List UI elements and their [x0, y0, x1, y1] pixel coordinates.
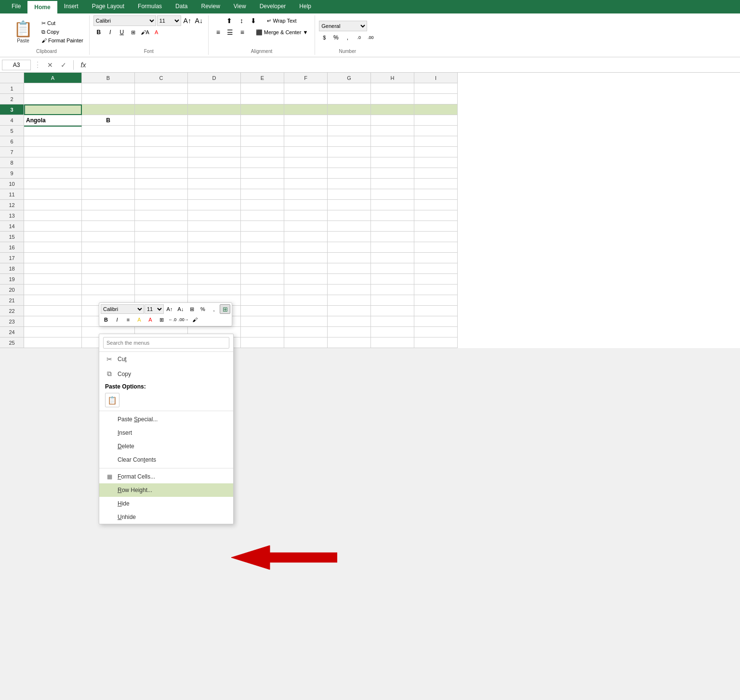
cell-g15[interactable]	[328, 232, 371, 242]
cell-c16[interactable]	[135, 242, 188, 253]
cell-d18[interactable]	[188, 263, 241, 274]
cell-g4[interactable]	[328, 115, 371, 126]
cell-b5[interactable]	[82, 126, 135, 136]
row-num-19[interactable]: 19	[0, 274, 24, 285]
ctx-clear-contents-item[interactable]: Clear Contents	[99, 453, 233, 467]
row-num-6[interactable]: 6	[0, 136, 24, 147]
cell-b16[interactable]	[82, 242, 135, 253]
cell-c8[interactable]	[135, 157, 188, 168]
cell-e15[interactable]	[241, 232, 284, 242]
cell-d4[interactable]	[188, 115, 241, 126]
cell-e2[interactable]	[241, 94, 284, 104]
cell-g3[interactable]	[328, 104, 371, 115]
cell-i23[interactable]	[414, 316, 458, 327]
cell-f25[interactable]	[284, 337, 328, 348]
row-num-13[interactable]: 13	[0, 210, 24, 221]
cell-d14[interactable]	[188, 221, 241, 232]
cell-f22[interactable]	[284, 306, 328, 316]
cell-g22[interactable]	[328, 306, 371, 316]
align-right-button[interactable]: ≡	[237, 27, 248, 38]
cell-e17[interactable]	[241, 253, 284, 263]
cell-g1[interactable]	[328, 83, 371, 94]
cell-i4[interactable]	[414, 115, 458, 126]
ctx-paste-special-item[interactable]: Paste Special...	[99, 413, 233, 426]
cell-e1[interactable]	[241, 83, 284, 94]
cell-h21[interactable]	[371, 295, 414, 306]
mini-table-button[interactable]: ⊞	[220, 304, 230, 314]
cell-e14[interactable]	[241, 221, 284, 232]
cell-h7[interactable]	[371, 147, 414, 157]
cell-e4[interactable]	[241, 115, 284, 126]
cell-h6[interactable]	[371, 136, 414, 147]
cell-f20[interactable]	[284, 285, 328, 295]
cell-h1[interactable]	[371, 83, 414, 94]
cell-g23[interactable]	[328, 316, 371, 327]
tab-home[interactable]: Home	[27, 0, 57, 13]
confirm-formula-button[interactable]: ✓	[58, 60, 69, 70]
tab-developer[interactable]: Developer	[253, 0, 293, 13]
cell-a12[interactable]	[24, 200, 82, 210]
cell-f15[interactable]	[284, 232, 328, 242]
cell-g21[interactable]	[328, 295, 371, 306]
cell-a16[interactable]	[24, 242, 82, 253]
row-num-4[interactable]: 4	[0, 115, 24, 126]
row-num-23[interactable]: 23	[0, 316, 24, 327]
cell-c18[interactable]	[135, 263, 188, 274]
align-left-button[interactable]: ≡	[212, 27, 224, 38]
cell-a14[interactable]	[24, 221, 82, 232]
row-num-5[interactable]: 5	[0, 126, 24, 136]
cell-f2[interactable]	[284, 94, 328, 104]
cell-g10[interactable]	[328, 179, 371, 189]
cell-i11[interactable]	[414, 189, 458, 200]
cell-a6[interactable]	[24, 136, 82, 147]
cut-button[interactable]: ✂ Cut	[40, 19, 85, 27]
cell-d15[interactable]	[188, 232, 241, 242]
cell-a22[interactable]	[24, 306, 82, 316]
cell-e8[interactable]	[241, 157, 284, 168]
ctx-cut-item[interactable]: ✂ Cut	[99, 352, 233, 366]
cell-h22[interactable]	[371, 306, 414, 316]
cell-e19[interactable]	[241, 274, 284, 285]
cell-h5[interactable]	[371, 126, 414, 136]
cell-f21[interactable]	[284, 295, 328, 306]
cell-h17[interactable]	[371, 253, 414, 263]
mini-comma-button[interactable]: ,	[209, 304, 219, 314]
row-num-22[interactable]: 22	[0, 306, 24, 316]
align-center-button[interactable]: ☰	[225, 27, 236, 38]
cell-c14[interactable]	[135, 221, 188, 232]
cell-e11[interactable]	[241, 189, 284, 200]
row-num-14[interactable]: 14	[0, 221, 24, 232]
cell-a8[interactable]	[24, 157, 82, 168]
cell-d19[interactable]	[188, 274, 241, 285]
bold-button[interactable]: B	[93, 27, 104, 38]
cell-c3[interactable]	[135, 104, 188, 115]
mini-size-select[interactable]: 11	[145, 304, 164, 314]
mini-dec-decimal-button[interactable]: ←.0	[167, 315, 178, 324]
cell-e18[interactable]	[241, 263, 284, 274]
row-num-24[interactable]: 24	[0, 327, 24, 337]
mini-shrink-button[interactable]: A↓	[175, 304, 186, 314]
cell-a3[interactable]	[24, 104, 82, 115]
cell-e20[interactable]	[241, 285, 284, 295]
align-bottom-button[interactable]: ⬇	[248, 15, 259, 26]
cell-e21[interactable]	[241, 295, 284, 306]
mini-font-color-button[interactable]: A	[145, 315, 156, 324]
cell-a19[interactable]	[24, 274, 82, 285]
row-num-17[interactable]: 17	[0, 253, 24, 263]
cell-g20[interactable]	[328, 285, 371, 295]
row-num-16[interactable]: 16	[0, 242, 24, 253]
mini-bold-button[interactable]: B	[101, 315, 111, 324]
cell-f1[interactable]	[284, 83, 328, 94]
cell-d5[interactable]	[188, 126, 241, 136]
cell-h8[interactable]	[371, 157, 414, 168]
row-num-3[interactable]: 3	[0, 104, 24, 115]
cell-h19[interactable]	[371, 274, 414, 285]
cell-e24[interactable]	[241, 327, 284, 337]
cell-h24[interactable]	[371, 327, 414, 337]
mini-border2-button[interactable]: ⊞	[156, 315, 167, 324]
cell-b15[interactable]	[82, 232, 135, 242]
paste-option-1[interactable]: 📋	[105, 393, 119, 407]
cell-reference-box[interactable]	[2, 60, 31, 70]
cell-e23[interactable]	[241, 316, 284, 327]
cell-c11[interactable]	[135, 189, 188, 200]
